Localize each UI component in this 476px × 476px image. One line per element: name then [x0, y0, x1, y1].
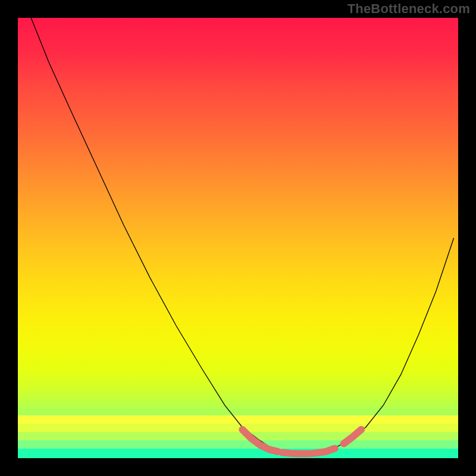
- watermark-text: TheBottleneck.com: [347, 1, 470, 17]
- plot-area: [18, 18, 458, 458]
- chart-container: TheBottleneck.com: [0, 0, 476, 476]
- highlight-segments: [242, 430, 361, 454]
- curve-layer: [18, 18, 458, 458]
- highlight-segment: [242, 430, 277, 452]
- highlight-segment: [344, 430, 362, 444]
- bottleneck-curve: [31, 18, 453, 454]
- highlight-segment: [282, 449, 335, 454]
